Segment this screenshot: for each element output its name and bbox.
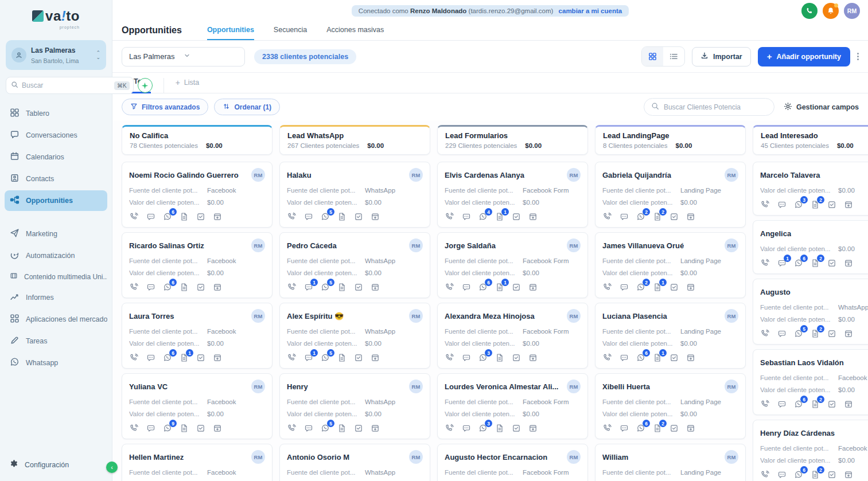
task-check-icon[interactable]	[353, 212, 364, 222]
phone-icon[interactable]	[287, 423, 297, 433]
sidebar-item-contacts[interactable]: Contacts	[5, 169, 107, 189]
task-check-icon[interactable]	[196, 353, 206, 363]
list-view-button[interactable]	[663, 47, 684, 66]
opportunity-card[interactable]: Marcelo Talavera RM Valor del cliente po…	[753, 162, 868, 216]
column-header[interactable]: No Califica 78 Clientes potenciales $0.0…	[122, 125, 273, 155]
whatsapp-icon[interactable]: 6	[162, 212, 173, 222]
task-check-icon[interactable]	[827, 470, 837, 480]
whatsapp-icon[interactable]: 5	[320, 282, 330, 292]
more-options-button[interactable]	[857, 53, 859, 60]
phone-icon[interactable]	[445, 282, 455, 292]
file-icon[interactable]	[179, 282, 189, 292]
opportunity-card[interactable]: Yuliana VC RM Fuente del cliente pot... …	[122, 373, 273, 439]
task-check-icon[interactable]	[669, 423, 679, 433]
task-check-icon[interactable]	[196, 212, 206, 222]
calendar-icon[interactable]	[212, 353, 223, 363]
opportunity-card[interactable]: Augusto RM Fuente del cliente pot... Wha…	[753, 279, 868, 345]
task-check-icon[interactable]	[511, 282, 521, 292]
calendar-icon[interactable]	[843, 258, 854, 268]
calendar-icon[interactable]	[686, 423, 696, 433]
chat-icon[interactable]	[461, 282, 472, 292]
phone-icon[interactable]	[445, 353, 455, 363]
whatsapp-icon[interactable]: 6	[793, 258, 804, 268]
file-icon[interactable]	[179, 423, 189, 433]
phone-icon[interactable]	[602, 353, 613, 363]
task-check-icon[interactable]	[669, 353, 679, 363]
whatsapp-icon[interactable]: 6	[793, 470, 804, 480]
import-button[interactable]: Importar	[692, 47, 751, 67]
manage-fields-button[interactable]: Gestionar campos	[784, 102, 859, 112]
file-icon[interactable]: 1	[495, 282, 505, 292]
phone-icon[interactable]	[129, 423, 139, 433]
task-check-icon[interactable]	[669, 212, 679, 222]
chat-icon[interactable]	[777, 200, 787, 210]
chat-icon[interactable]	[303, 423, 314, 433]
task-check-icon[interactable]	[353, 423, 364, 433]
opportunity-card[interactable]: Henry RM Fuente del cliente pot... Whats…	[279, 373, 430, 439]
pipeline-select[interactable]: Las Palmeras	[122, 47, 245, 67]
board-search-input[interactable]	[664, 103, 767, 111]
chat-icon[interactable]	[619, 423, 629, 433]
chat-icon[interactable]: 1	[303, 353, 314, 363]
phone-icon[interactable]	[287, 212, 297, 222]
opportunity-card[interactable]: Xibelli Huerta RM Fuente del cliente pot…	[595, 373, 746, 439]
opportunity-card[interactable]: Noemi Rocio Galindo Guerrero RM Fuente d…	[122, 162, 273, 228]
column-header[interactable]: Lead Formularios 229 Clientes potenciale…	[437, 125, 588, 155]
whatsapp-icon[interactable]: 6	[478, 282, 488, 292]
task-check-icon[interactable]	[511, 423, 521, 433]
opportunity-card[interactable]: Gabriela Quijandría RM Fuente del client…	[595, 162, 746, 228]
task-check-icon[interactable]	[669, 282, 679, 292]
file-icon[interactable]	[337, 423, 347, 433]
chat-icon[interactable]	[461, 353, 472, 363]
whatsapp-icon[interactable]: 6	[793, 399, 804, 409]
add-list-tab[interactable]: + Lista	[164, 78, 200, 93]
column-header[interactable]: Lead Interesado 45 Clientes potenciales …	[753, 125, 868, 155]
phone-icon[interactable]	[287, 282, 297, 292]
phone-icon[interactable]	[760, 470, 770, 480]
phone-icon[interactable]	[129, 282, 139, 292]
phone-icon[interactable]	[760, 399, 770, 409]
phone-icon[interactable]	[602, 282, 613, 292]
file-icon[interactable]: 2	[810, 200, 820, 210]
sidebar-item-automatizacion[interactable]: Automatización	[5, 245, 107, 266]
chat-icon[interactable]	[461, 423, 472, 433]
chat-icon[interactable]	[777, 470, 787, 480]
task-check-icon[interactable]	[827, 329, 837, 339]
phone-button[interactable]	[801, 3, 818, 19]
opportunity-card[interactable]: Antonio Osorio M RM Fuente del cliente p…	[279, 444, 430, 481]
chat-icon[interactable]	[619, 282, 629, 292]
chat-icon[interactable]	[146, 282, 156, 292]
notifications-bell-button[interactable]	[823, 3, 839, 19]
task-check-icon[interactable]	[196, 423, 206, 433]
sidebar-item-contenido-multimedia[interactable]: Contenido multimedia Uni...	[5, 267, 107, 286]
task-check-icon[interactable]	[827, 258, 837, 268]
sidebar-item-tareas[interactable]: Tareas	[5, 331, 107, 351]
chat-icon[interactable]	[777, 329, 787, 339]
whatsapp-icon[interactable]: 2	[636, 282, 646, 292]
user-avatar[interactable]: RM	[844, 3, 860, 19]
whatsapp-icon[interactable]: 6	[162, 353, 173, 363]
advanced-filters-button[interactable]: Filtros avanzados	[122, 99, 208, 115]
opportunity-card[interactable]: Pedro Cáceda RM Fuente del cliente pot..…	[279, 232, 430, 298]
file-icon[interactable]	[495, 423, 505, 433]
phone-icon[interactable]	[287, 353, 297, 363]
sidebar-item-informes[interactable]: Informes	[5, 287, 107, 308]
opportunity-card[interactable]: Hellen Martinez RM Fuente del cliente po…	[122, 444, 273, 481]
phone-icon[interactable]	[760, 258, 770, 268]
calendar-icon[interactable]	[370, 282, 380, 292]
opportunity-card[interactable]: Luciana Plasencia RM Fuente del cliente …	[595, 303, 746, 369]
calendar-icon[interactable]	[686, 212, 696, 222]
phone-icon[interactable]	[760, 200, 770, 210]
task-check-icon[interactable]	[353, 353, 364, 363]
file-icon[interactable]: 2	[810, 329, 820, 339]
task-check-icon[interactable]	[511, 212, 521, 222]
calendar-icon[interactable]	[528, 353, 538, 363]
file-icon[interactable]: 1	[179, 353, 189, 363]
tab-opportunities[interactable]: Opportunities	[207, 26, 254, 40]
whatsapp-icon[interactable]: 6	[636, 423, 646, 433]
workspace-selector[interactable]: Las Palmeras San Bartolo, Lima ⌃⌄	[6, 40, 106, 70]
task-check-icon[interactable]	[196, 282, 206, 292]
phone-icon[interactable]	[129, 353, 139, 363]
phone-icon[interactable]	[760, 329, 770, 339]
whatsapp-icon[interactable]: 6	[162, 282, 173, 292]
